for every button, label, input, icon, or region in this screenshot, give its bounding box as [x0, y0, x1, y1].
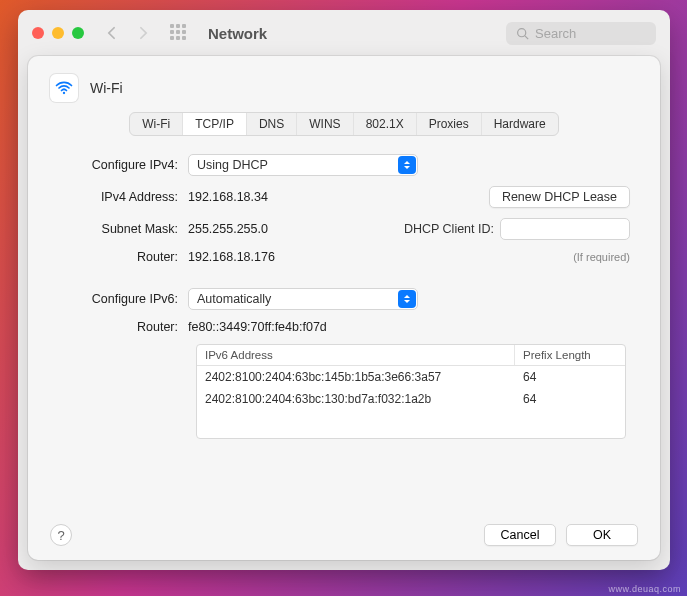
search-icon: [516, 27, 529, 40]
fullscreen-window-button[interactable]: [72, 27, 84, 39]
system-preferences-window: Network Search Wi-Fi Wi-Fi TCP/IP DNS WI…: [18, 10, 670, 570]
configure-ipv6-value: Automatically: [197, 292, 271, 306]
back-button[interactable]: [100, 22, 122, 44]
window-controls: [32, 27, 84, 39]
cancel-button[interactable]: Cancel: [484, 524, 556, 546]
ipv4-router-label: Router:: [58, 250, 188, 264]
sheet-title: Wi-Fi: [90, 80, 123, 96]
network-advanced-sheet: Wi-Fi Wi-Fi TCP/IP DNS WINS 802.1X Proxi…: [28, 56, 660, 560]
sheet-footer: ? Cancel OK: [50, 514, 638, 546]
ipv6-address-cell: 2402:8100:2404:63bc:130:bd7a:f032:1a2b: [197, 390, 515, 408]
subnet-mask-label: Subnet Mask:: [58, 222, 188, 236]
tab-proxies[interactable]: Proxies: [417, 113, 482, 135]
tab-strip: Wi-Fi TCP/IP DNS WINS 802.1X Proxies Har…: [129, 112, 558, 136]
configure-ipv4-value: Using DHCP: [197, 158, 268, 172]
titlebar: Network Search: [18, 10, 670, 56]
tab-wifi[interactable]: Wi-Fi: [130, 113, 183, 135]
ipv4-address-label: IPv4 Address:: [58, 190, 188, 204]
help-button[interactable]: ?: [50, 524, 72, 546]
table-row: 2402:8100:2404:63bc:130:bd7a:f032:1a2b 6…: [197, 388, 625, 410]
svg-point-0: [518, 28, 526, 36]
dhcp-client-id-label: DHCP Client ID:: [404, 222, 494, 236]
tab-hardware[interactable]: Hardware: [482, 113, 558, 135]
window-title: Network: [208, 25, 267, 42]
svg-point-2: [63, 92, 65, 94]
configure-ipv4-label: Configure IPv4:: [58, 158, 188, 172]
tab-wins[interactable]: WINS: [297, 113, 353, 135]
ipv6-address-cell: 2402:8100:2404:63bc:145b:1b5a:3e66:3a57: [197, 368, 515, 386]
tab-bar: Wi-Fi TCP/IP DNS WINS 802.1X Proxies Har…: [50, 112, 638, 136]
sheet-body: Configure IPv4: Using DHCP IPv4 Address:…: [50, 154, 638, 514]
ipv6-prefix-cell: 64: [515, 368, 625, 386]
table-row: 2402:8100:2404:63bc:145b:1b5a:3e66:3a57 …: [197, 366, 625, 388]
subnet-mask-value: 255.255.255.0: [188, 222, 268, 236]
ipv6-router-label: Router:: [58, 320, 188, 334]
dhcp-client-id-hint: (If required): [573, 251, 630, 263]
updown-icon: [398, 290, 416, 308]
renew-dhcp-lease-button[interactable]: Renew DHCP Lease: [489, 186, 630, 208]
configure-ipv4-select[interactable]: Using DHCP: [188, 154, 418, 176]
forward-button[interactable]: [132, 22, 154, 44]
search-placeholder: Search: [535, 26, 576, 41]
ipv6-address-table: IPv6 Address Prefix Length 2402:8100:240…: [196, 344, 626, 439]
svg-line-1: [525, 35, 528, 38]
tab-8021x[interactable]: 802.1X: [354, 113, 417, 135]
ipv4-address-value: 192.168.18.34: [188, 190, 268, 204]
wifi-icon: [50, 74, 78, 102]
tab-tcpip[interactable]: TCP/IP: [183, 113, 247, 135]
configure-ipv6-select[interactable]: Automatically: [188, 288, 418, 310]
ipv6-table-header-prefix[interactable]: Prefix Length: [515, 345, 625, 365]
ipv4-router-value: 192.168.18.176: [188, 250, 275, 264]
search-field[interactable]: Search: [506, 22, 656, 45]
minimize-window-button[interactable]: [52, 27, 64, 39]
sheet-header: Wi-Fi: [50, 74, 638, 102]
dhcp-client-id-input[interactable]: [500, 218, 630, 240]
watermark: www.deuaq.com: [608, 584, 681, 594]
close-window-button[interactable]: [32, 27, 44, 39]
configure-ipv6-label: Configure IPv6:: [58, 292, 188, 306]
updown-icon: [398, 156, 416, 174]
ipv6-prefix-cell: 64: [515, 390, 625, 408]
show-all-icon[interactable]: [170, 24, 188, 42]
ok-button[interactable]: OK: [566, 524, 638, 546]
tab-dns[interactable]: DNS: [247, 113, 297, 135]
ipv6-router-value: fe80::3449:70ff:fe4b:f07d: [188, 320, 327, 334]
ipv6-table-header-address[interactable]: IPv6 Address: [197, 345, 515, 365]
